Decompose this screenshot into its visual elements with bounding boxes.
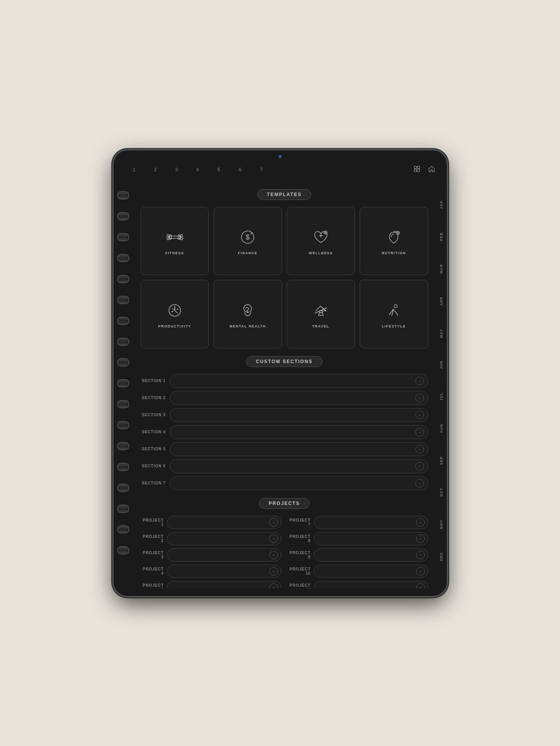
month-labels: JAN FEB MAR APR MAY JUN JUL AUG SEP OCT … [436, 189, 447, 573]
section-label-4: SECTION 4 [141, 430, 166, 434]
nutrition-label: NUTRITION [382, 251, 406, 255]
mental-health-icon [240, 302, 256, 320]
section-input-4[interactable]: → [170, 425, 428, 439]
project-arrow-7[interactable]: → [416, 518, 425, 527]
arrow-circle-1[interactable]: → [415, 377, 424, 385]
section-label-5: SECTION 5 [141, 447, 166, 451]
section-input-1[interactable]: → [170, 374, 428, 388]
month-jun[interactable]: JUN [439, 360, 443, 369]
nav-num-2[interactable]: 2 [154, 167, 157, 172]
project-input-1[interactable]: → [167, 516, 281, 529]
template-card-fitness[interactable]: FITNESS [141, 207, 209, 276]
project-row-4: PROJECT 4 → [141, 565, 281, 578]
top-navigation: 1 2 3 4 5 6 7 [133, 162, 435, 177]
svg-rect-3 [417, 169, 420, 172]
month-jan[interactable]: JAN [439, 200, 443, 209]
month-dec[interactable]: DEC [439, 552, 443, 561]
month-apr[interactable]: APR [439, 296, 443, 306]
ring [117, 233, 129, 241]
project-row-1: PROJECT 1 → [141, 516, 281, 529]
month-aug[interactable]: AUG [439, 424, 443, 433]
template-card-travel[interactable]: TRAVEL [287, 280, 355, 348]
templates-title: TEMPLATES [257, 189, 312, 200]
section-row-4: SECTION 4 → [141, 425, 428, 439]
nav-num-6[interactable]: 6 [239, 167, 241, 172]
section-input-6[interactable]: → [170, 459, 428, 473]
section-input-5[interactable]: → [170, 442, 428, 456]
project-input-7[interactable]: → [314, 516, 428, 529]
ring [117, 358, 129, 367]
month-nov[interactable]: NOV [439, 520, 443, 529]
nav-num-3[interactable]: 3 [175, 167, 178, 172]
fitness-label: FITNESS [165, 251, 184, 255]
month-may[interactable]: MAY [439, 329, 443, 338]
ring [117, 484, 129, 492]
section-row-2: SECTION 2 → [141, 391, 428, 405]
project-input-10[interactable]: → [314, 565, 428, 578]
project-input-5[interactable]: → [167, 581, 281, 588]
ring [117, 275, 129, 283]
section-input-7[interactable]: → [170, 476, 428, 490]
month-feb[interactable]: FEB [439, 232, 443, 241]
ring [117, 463, 129, 471]
travel-icon [313, 302, 329, 320]
ring [117, 400, 129, 408]
project-arrow-5[interactable]: → [269, 583, 278, 588]
arrow-circle-5[interactable]: → [415, 445, 424, 453]
nav-num-1[interactable]: 1 [133, 167, 136, 172]
section-label-7: SECTION 7 [141, 481, 166, 485]
template-card-finance[interactable]: $ FINANCE [214, 207, 282, 276]
project-arrow-8[interactable]: → [416, 534, 425, 543]
home-icon[interactable] [428, 165, 435, 174]
arrow-circle-7[interactable]: → [415, 479, 424, 488]
fitness-icon [167, 229, 183, 247]
project-arrow-11[interactable]: → [416, 583, 425, 588]
template-card-mental-health[interactable]: MENTAL HEALTH [214, 280, 282, 348]
project-input-11[interactable]: → [314, 581, 428, 588]
section-label-6: SECTION 6 [141, 464, 166, 468]
ring [117, 442, 129, 450]
project-input-9[interactable]: → [314, 548, 428, 562]
templates-header: TEMPLATES [141, 189, 428, 200]
month-sep[interactable]: SEP [439, 456, 443, 465]
arrow-circle-6[interactable]: → [415, 462, 424, 470]
project-input-2[interactable]: → [167, 532, 281, 545]
templates-grid: FITNESS $ FINANCE [141, 207, 428, 348]
nav-num-7[interactable]: 7 [260, 167, 263, 172]
ring [117, 254, 129, 262]
project-label-9: PROJECT 9 [288, 551, 311, 559]
arrow-circle-4[interactable]: → [415, 428, 424, 436]
arrow-circle-2[interactable]: → [415, 394, 424, 402]
template-card-productivity[interactable]: PRODUCTIVITY [141, 280, 209, 348]
ring [117, 421, 129, 429]
project-row-2: PROJECT 2 → [141, 532, 281, 545]
nav-icons [414, 165, 435, 174]
grid-icon[interactable] [414, 165, 420, 174]
project-arrow-4[interactable]: → [269, 567, 278, 575]
arrow-circle-3[interactable]: → [415, 411, 424, 419]
spiral-rings [114, 185, 133, 561]
template-card-wellness[interactable]: WELLNESS [287, 207, 355, 276]
section-input-2[interactable]: → [170, 391, 428, 405]
template-card-nutrition[interactable]: NUTRITION [360, 207, 428, 276]
project-input-4[interactable]: → [167, 565, 281, 578]
project-arrow-10[interactable]: → [416, 567, 425, 575]
ring [117, 546, 129, 555]
project-row-10: PROJECT 10 → [288, 565, 428, 578]
month-mar[interactable]: MAR [439, 264, 443, 274]
project-arrow-2[interactable]: → [269, 534, 278, 543]
project-input-8[interactable]: → [314, 532, 428, 545]
project-arrow-3[interactable]: → [269, 551, 278, 559]
ring [117, 191, 129, 200]
project-arrow-1[interactable]: → [269, 518, 278, 527]
project-arrow-9[interactable]: → [416, 551, 425, 559]
project-input-3[interactable]: → [167, 548, 281, 562]
month-oct[interactable]: OCT [439, 488, 443, 497]
template-card-lifestyle[interactable]: LIFESTYLE [360, 280, 428, 348]
section-label-2: SECTION 2 [141, 396, 166, 400]
nav-num-4[interactable]: 4 [196, 167, 199, 172]
section-input-3[interactable]: → [170, 408, 428, 422]
month-jul[interactable]: JUL [439, 392, 443, 401]
nav-num-5[interactable]: 5 [217, 167, 220, 172]
wellness-label: WELLNESS [309, 251, 333, 255]
